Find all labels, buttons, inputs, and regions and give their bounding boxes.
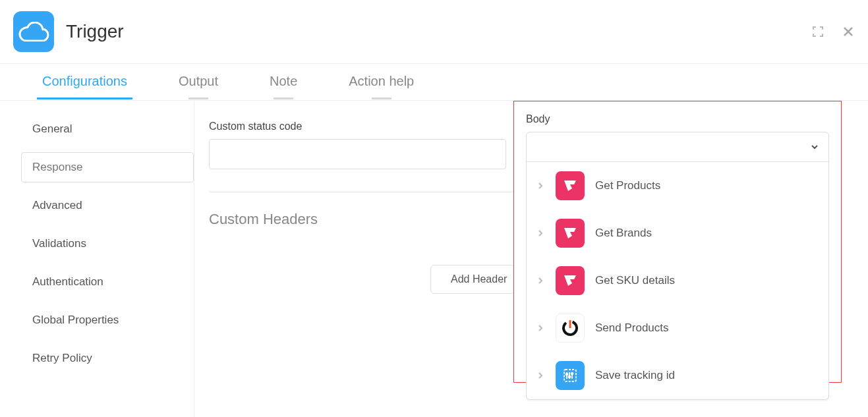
body-panel: Body Get Products <box>513 101 842 383</box>
page-title: Trigger <box>66 21 124 42</box>
dropdown-item-label: Save tracking id <box>595 369 675 382</box>
svg-point-6 <box>566 374 568 375</box>
sidebar-item-validations[interactable]: Validations <box>21 229 194 259</box>
dropdown-item-label: Get SKU details <box>595 274 675 287</box>
sidebar-item-response[interactable]: Response <box>21 152 194 182</box>
tabs: Configurations Output Note Action help <box>0 64 868 101</box>
power-icon <box>556 314 585 343</box>
vtex-icon <box>556 266 585 295</box>
chevron-right-icon <box>537 277 545 285</box>
tab-output[interactable]: Output <box>179 74 218 100</box>
cloud-icon <box>13 11 54 52</box>
content: Custom status code Custom Headers Add He… <box>194 101 868 417</box>
tab-note[interactable]: Note <box>270 74 297 100</box>
dropdown-item-label: Get Brands <box>595 227 652 240</box>
chevron-right-icon <box>537 372 545 379</box>
divider <box>209 192 513 192</box>
close-icon[interactable] <box>842 25 855 38</box>
sidebar-item-authentication[interactable]: Authentication <box>21 267 194 297</box>
header: Trigger <box>0 0 868 64</box>
dropdown-item-get-products[interactable]: Get Products <box>527 162 828 209</box>
dropdown-item-save-tracking-id[interactable]: Save tracking id <box>527 352 828 399</box>
add-header-button[interactable]: Add Header <box>430 265 515 294</box>
chevron-right-icon <box>537 182 545 190</box>
tab-action-help[interactable]: Action help <box>349 74 414 100</box>
tracking-icon <box>556 361 585 390</box>
vtex-icon <box>556 171 585 200</box>
sidebar-item-global-properties[interactable]: Global Properties <box>21 305 194 335</box>
svg-point-8 <box>571 373 573 375</box>
dropdown-item-get-sku-details[interactable]: Get SKU details <box>527 257 828 304</box>
body-dropdown: Get Products Get Brands <box>526 162 829 400</box>
sidebar-item-advanced[interactable]: Advanced <box>21 190 194 221</box>
svg-point-7 <box>569 376 571 378</box>
fullscreen-icon[interactable] <box>811 25 825 38</box>
custom-status-code-input[interactable] <box>209 139 506 169</box>
body-label: Body <box>526 113 829 125</box>
dropdown-item-send-products[interactable]: Send Products <box>527 304 828 352</box>
tab-configurations[interactable]: Configurations <box>42 74 127 100</box>
chevron-right-icon <box>537 229 545 237</box>
sidebar-item-general[interactable]: General <box>21 114 194 144</box>
vtex-icon <box>556 219 585 248</box>
chevron-right-icon <box>537 324 545 332</box>
chevron-down-icon <box>810 142 819 152</box>
sidebar: General Response Advanced Validations Au… <box>0 101 194 417</box>
dropdown-item-get-brands[interactable]: Get Brands <box>527 209 828 257</box>
dropdown-item-label: Send Products <box>595 321 669 335</box>
dropdown-item-label: Get Products <box>595 179 660 192</box>
add-header-button-label: Add Header <box>451 273 507 285</box>
sidebar-item-retry-policy[interactable]: Retry Policy <box>21 343 194 374</box>
svg-rect-1 <box>569 320 571 328</box>
body-select[interactable] <box>526 132 829 162</box>
